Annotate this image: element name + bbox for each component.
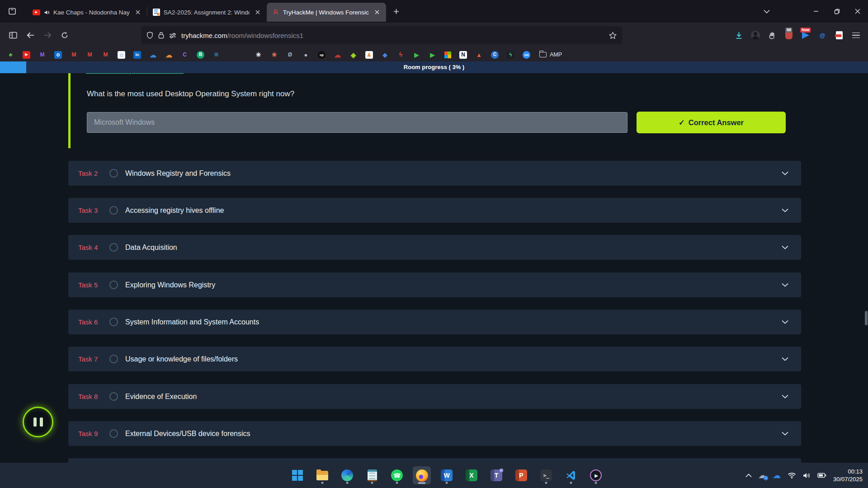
outlook-bookmark-icon[interactable]: o xyxy=(54,51,62,59)
starburst-bookmark-icon[interactable]: ✳ xyxy=(270,51,278,59)
apple-bookmark-icon[interactable]: ● xyxy=(302,51,310,59)
lock-icon[interactable] xyxy=(158,32,164,39)
hand-extension-icon[interactable] xyxy=(767,30,777,40)
onedrive-paused-icon[interactable]: ☁ i xyxy=(759,472,766,479)
powerpoint-app[interactable]: P xyxy=(512,466,530,484)
url-text[interactable]: tryhackme.com/room/windowsforensics1 xyxy=(181,32,303,39)
gmail-bookmark-icon-3[interactable]: M xyxy=(102,51,109,59)
answer-input[interactable] xyxy=(87,112,627,133)
volume-icon[interactable] xyxy=(803,472,811,479)
sidebar-toggle-icon[interactable] xyxy=(5,28,21,43)
person-card-bookmark-icon[interactable]: ♟ xyxy=(365,51,373,59)
list-all-tabs-icon[interactable] xyxy=(758,0,776,23)
home-bookmark-icon[interactable]: ⌂ xyxy=(118,51,125,59)
plant-bookmark-icon[interactable]: ♣ xyxy=(7,51,14,59)
task-row-5[interactable]: Task 5 Exploring Windows Registry xyxy=(68,272,801,297)
cloud-orange-bookmark-icon[interactable]: ☁ xyxy=(165,51,173,59)
lightning-red-bookmark-icon[interactable]: ϟ xyxy=(397,51,405,59)
youtube-bookmark-icon[interactable]: ▶ xyxy=(23,51,30,59)
blocker-extension-icon[interactable]: 68 xyxy=(784,30,794,40)
page-scrollbar-thumb[interactable] xyxy=(865,311,868,325)
whatsapp-app[interactable]: ☎ xyxy=(388,466,406,484)
media-player-app[interactable]: ▶ xyxy=(587,466,605,484)
bolt-bookmark-icon[interactable]: B xyxy=(197,51,204,59)
wifi-icon[interactable] xyxy=(788,472,796,479)
url-bar[interactable]: tryhackme.com/room/windowsforensics1 xyxy=(141,26,622,44)
vscode-app[interactable] xyxy=(562,466,580,484)
coursera-bookmark-icon[interactable]: C xyxy=(491,51,499,59)
translate-extension-icon[interactable]: New xyxy=(801,30,811,40)
teams-app[interactable]: T xyxy=(487,466,505,484)
gem-blue-bookmark-icon[interactable]: ◆ xyxy=(381,51,389,59)
tab-assignment[interactable]: SA2-2025: Assignment 2: Windo xyxy=(147,3,267,22)
start-button[interactable] xyxy=(288,466,307,484)
linkedin-bookmark-icon[interactable]: in xyxy=(133,51,141,59)
close-window-button[interactable] xyxy=(847,0,868,23)
tab-tryhackme-active[interactable]: TryHackMe | Windows Forensics xyxy=(267,3,386,22)
notion-bookmark-icon[interactable]: N xyxy=(459,51,467,59)
email-extension-icon[interactable]: @ xyxy=(817,30,827,40)
bookmarks-folder-amp[interactable]: AMP xyxy=(539,52,562,58)
taskbar-clock[interactable]: 00:13 30/07/2025 xyxy=(833,468,863,483)
tracking-shield-icon[interactable] xyxy=(146,32,153,39)
gmail-bookmark-icon-2[interactable]: M xyxy=(86,51,94,59)
supabase-bookmark-icon[interactable]: ϟ xyxy=(507,51,514,59)
app-menu-icon[interactable] xyxy=(851,30,861,40)
tab-audio-icon[interactable] xyxy=(44,9,50,15)
task-status-circle xyxy=(109,169,118,178)
codesandbox-bookmark-icon[interactable]: ◈ xyxy=(349,51,357,59)
back-button[interactable] xyxy=(23,28,38,43)
cloud-red-bookmark-icon[interactable]: ☁ xyxy=(334,51,341,59)
stack-cyan-bookmark-icon[interactable]: ≡ xyxy=(212,51,220,59)
minimize-button[interactable] xyxy=(806,0,826,23)
downloads-icon[interactable] xyxy=(734,30,744,40)
bookmark-star-icon[interactable] xyxy=(609,32,617,39)
onedrive-icon[interactable]: ☁ xyxy=(773,472,781,479)
close-tab-icon[interactable] xyxy=(253,8,262,17)
flame-bookmark-icon[interactable]: ▲ xyxy=(475,51,483,59)
task-row-3[interactable]: Task 3 Accessing registry hives offline xyxy=(68,198,801,223)
new-tab-button[interactable] xyxy=(389,4,404,19)
task-row-7[interactable]: Task 7 Usage or knowledge of files/folde… xyxy=(68,347,801,371)
tab-kae-chaps[interactable]: ▶ Kae Chaps - Ndodonha Nay xyxy=(27,3,147,22)
gmail-bookmark-icon-1[interactable]: M xyxy=(70,51,78,59)
task-row-9[interactable]: Task 9 External Devices/USB device foren… xyxy=(68,421,801,446)
restore-button[interactable] xyxy=(826,0,847,23)
onedrive-bookmark-icon[interactable]: ☁ xyxy=(149,51,157,59)
close-tab-icon[interactable] xyxy=(373,8,382,17)
task-row-partial[interactable] xyxy=(68,458,801,463)
null-symbol-bookmark-icon[interactable]: Ø xyxy=(286,51,294,59)
gmail-purple-bookmark-icon[interactable]: M xyxy=(38,51,46,59)
firefox-app[interactable] xyxy=(413,466,431,484)
task-row-4[interactable]: Task 4 Data Acquisition xyxy=(68,235,801,260)
openai-bookmark-icon[interactable]: ✳ xyxy=(255,51,262,59)
zoom-bookmark-icon[interactable]: zm xyxy=(523,51,530,59)
account-extension-icon[interactable] xyxy=(750,30,760,40)
terminal-icon: >_ xyxy=(540,469,552,481)
play-green-bookmark-icon-1[interactable]: ▶ xyxy=(413,51,420,59)
pause-room-button[interactable] xyxy=(23,407,53,437)
permissions-icon[interactable] xyxy=(169,33,176,38)
word-app[interactable]: W xyxy=(438,466,456,484)
play-green-bookmark-icon-2[interactable]: ▶ xyxy=(429,51,436,59)
reload-button[interactable] xyxy=(57,28,72,43)
microsoft-bookmark-icon[interactable] xyxy=(444,52,451,58)
task-row-6[interactable]: Task 6 System Information and System Acc… xyxy=(68,310,801,334)
pdf-extension-icon[interactable] xyxy=(834,30,844,40)
battery-icon[interactable] xyxy=(817,473,826,478)
tray-chevron-up-icon[interactable] xyxy=(745,474,752,478)
terminal-app[interactable]: >_ xyxy=(537,466,555,484)
letter-c-purple-bookmark-icon[interactable]: C xyxy=(181,51,189,59)
task-row-8[interactable]: Task 8 Evidence of Execution xyxy=(68,384,801,409)
correct-answer-button[interactable]: ✓ Correct Answer xyxy=(637,112,786,133)
task-row-2[interactable]: Task 2 Windows Registry and Forensics xyxy=(68,161,801,186)
firefox-view-icon[interactable] xyxy=(4,3,21,19)
notepad-app[interactable] xyxy=(363,466,381,484)
forward-button[interactable] xyxy=(40,28,55,43)
file-explorer-app[interactable] xyxy=(313,466,331,484)
tab-title: TryHackMe | Windows Forensics xyxy=(283,9,369,16)
close-tab-icon[interactable] xyxy=(133,8,142,17)
edge-app[interactable] xyxy=(338,466,356,484)
excel-app[interactable]: X xyxy=(462,466,481,484)
upwork-bookmark-icon[interactable]: up xyxy=(318,51,326,59)
